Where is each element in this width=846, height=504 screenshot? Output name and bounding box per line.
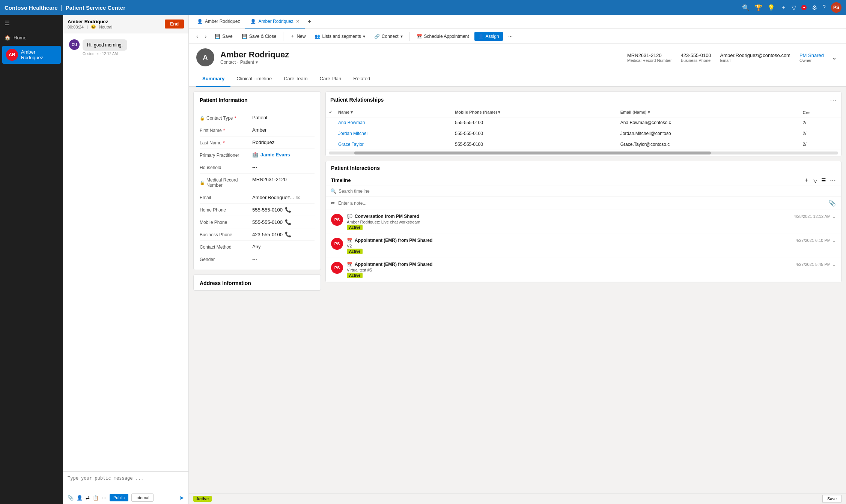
forward-button[interactable]: ›	[202, 32, 210, 41]
record-owner-value[interactable]: PM Shared	[799, 52, 824, 58]
timeline-add-icon[interactable]: ＋	[804, 176, 810, 184]
connect-button[interactable]: 🔗 Connect ▾	[370, 32, 406, 41]
status-bar: Active Save	[189, 493, 846, 504]
plus-icon[interactable]: ＋	[780, 4, 786, 12]
tab-amber-1[interactable]: 👤 Amber Rodriquez	[192, 15, 245, 28]
settings-icon[interactable]: ⚙	[812, 4, 817, 11]
assign-button[interactable]: 👤 Assign	[474, 32, 503, 41]
timeline-avatar: PS	[331, 238, 343, 250]
hamburger-menu[interactable]: ☰	[0, 15, 63, 31]
tab-summary[interactable]: Summary	[196, 71, 230, 87]
home-phone-row: Home Phone 555-555-0100 📞	[200, 204, 315, 216]
record-patient-avatar: A	[196, 48, 214, 66]
record-expand-icon[interactable]: ⌄	[830, 52, 838, 63]
household-value[interactable]: ---	[252, 164, 315, 170]
gender-value[interactable]: ---	[252, 256, 315, 262]
relationships-more-icon[interactable]: ⋯	[830, 96, 837, 104]
contact-method-value[interactable]: Any	[252, 244, 315, 249]
new-button[interactable]: ＋ New	[286, 31, 309, 41]
timeline-item: PS 💬 Conversation from PM Shared Amber R…	[326, 210, 841, 234]
tab-amber-2[interactable]: 👤 Amber Rodriquez ✕	[245, 15, 304, 28]
conversation-panel: Amber Rodriquez 00:03:24 | 😐 Neutral End…	[63, 15, 189, 504]
top-bar-icons: 🔍 🏆 💡 ＋ ▽ ● ⚙ ? PS	[742, 2, 841, 13]
table-row: Jordan Mitchell 555-555-0100 Jordan.Mitc…	[326, 128, 841, 139]
transfer-icon[interactable]: ⇄	[86, 495, 90, 501]
email-column-header[interactable]: Email (Name) ▾	[617, 108, 800, 117]
conversation-meta: 00:03:24 | 😐 Neutral	[68, 24, 112, 29]
tab-related[interactable]: Related	[347, 71, 376, 87]
household-label: Household	[200, 164, 252, 170]
timeline-item-expand[interactable]: ⌄	[832, 262, 836, 267]
practitioner-value[interactable]: 🏥 Jamie Evans	[252, 152, 315, 158]
toolbar: ‹ › 💾 Save 💾 Save & Close ＋ New 👥 Lists …	[189, 29, 846, 44]
last-name-value[interactable]: Rodriquez	[252, 140, 315, 145]
timeline-filter-icon[interactable]: ▽	[813, 177, 817, 183]
home-phone-label: Home Phone	[200, 207, 252, 213]
timeline-item-date: 4/28/2021 12:12 AM ⌄	[794, 214, 836, 219]
lists-segments-button[interactable]: 👥 Lists and segments ▾	[311, 32, 369, 41]
timeline-item-expand[interactable]: ⌄	[832, 214, 836, 219]
name-column-header[interactable]: Name ▾	[335, 108, 452, 117]
search-icon[interactable]: 🔍	[742, 4, 750, 11]
table-scrollbar[interactable]	[329, 152, 838, 154]
main-layout: ☰ 🏠 Home AR Amber Rodriquez Amber Rodriq…	[0, 15, 846, 504]
customer-message-meta: Customer · 12:12 AM	[83, 52, 127, 56]
public-button[interactable]: Public	[110, 494, 128, 501]
end-call-button[interactable]: End	[165, 20, 184, 28]
note-input[interactable]	[338, 201, 825, 206]
notification-badge[interactable]: ●	[801, 5, 807, 10]
first-name-label: First Name *	[200, 127, 252, 133]
more-options-button[interactable]: ⋯	[504, 32, 516, 41]
type-dropdown-icon[interactable]: ▾	[256, 60, 258, 65]
user-avatar[interactable]: PS	[831, 2, 841, 13]
first-name-value[interactable]: Amber	[252, 127, 315, 133]
internal-button[interactable]: Internal	[131, 494, 154, 502]
save-button[interactable]: 💾 Save	[211, 32, 236, 41]
tab-care-plan[interactable]: Care Plan	[314, 71, 348, 87]
timeline-item-expand[interactable]: ⌄	[832, 238, 836, 243]
notes-icon[interactable]: 📋	[93, 495, 99, 501]
status-save-button[interactable]: Save	[822, 495, 841, 502]
mobile-column-header[interactable]: Mobile Phone (Name) ▾	[452, 108, 617, 117]
timeline-list-icon[interactable]: ☰	[821, 177, 826, 183]
rel-created: 2/	[799, 128, 841, 139]
schedule-icon: 📅	[417, 34, 422, 39]
business-phone-icon[interactable]: 📞	[285, 231, 291, 237]
timeline-item-icon: 📅	[347, 238, 352, 243]
tab-care-team[interactable]: Care Team	[278, 71, 313, 87]
rel-name[interactable]: Grace Taylor	[335, 139, 452, 150]
rel-name[interactable]: Ana Bowman	[335, 117, 452, 128]
conversation-contact-name: Amber Rodriquez	[68, 19, 112, 24]
tab-add-button[interactable]: +	[305, 15, 314, 28]
save-close-button[interactable]: 💾 Save & Close	[238, 32, 280, 41]
attach-icon[interactable]: 📎	[828, 200, 836, 207]
sidebar-item-contact[interactable]: AR Amber Rodriquez	[2, 46, 61, 64]
record-mrn-label: Medical Record Number	[627, 58, 672, 63]
phone-icon[interactable]: 📞	[285, 207, 291, 213]
tab-close-icon[interactable]: ✕	[296, 19, 300, 24]
rel-name[interactable]: Jordan Mitchell	[335, 128, 452, 139]
bulb-icon[interactable]: 💡	[768, 4, 775, 11]
back-button[interactable]: ‹	[193, 32, 201, 41]
help-icon[interactable]: ?	[822, 4, 826, 11]
trophy-icon[interactable]: 🏆	[755, 4, 762, 11]
record-phone-label: Business Phone	[681, 58, 711, 63]
attachment-icon[interactable]: 📎	[68, 495, 74, 501]
mobile-phone-icon[interactable]: 📞	[285, 219, 291, 225]
timeline-more-icon[interactable]: ⋯	[830, 177, 836, 184]
timeline-search-input[interactable]	[339, 189, 837, 194]
tab-clinical-timeline[interactable]: Clinical Timeline	[230, 71, 278, 87]
schedule-button[interactable]: 📅 Schedule Appointment	[413, 32, 473, 41]
message-input[interactable]	[68, 476, 184, 486]
funnel-icon[interactable]: ▽	[792, 4, 796, 11]
rel-mobile: 555-555-0100	[452, 128, 617, 139]
sidebar-item-home[interactable]: 🏠 Home	[0, 31, 63, 44]
created-column-header[interactable]: Cre	[799, 108, 841, 117]
person-icon[interactable]: 👤	[77, 495, 83, 501]
practitioner-label: Primary Practitioner	[200, 152, 252, 158]
tab-icon: 👤	[197, 19, 203, 24]
contact-type-value: Patient	[252, 115, 315, 120]
practitioner-icon: 🏥	[252, 152, 258, 158]
send-icon[interactable]: ➤	[179, 494, 184, 501]
more-conv-icon[interactable]: ⋯	[102, 495, 107, 501]
